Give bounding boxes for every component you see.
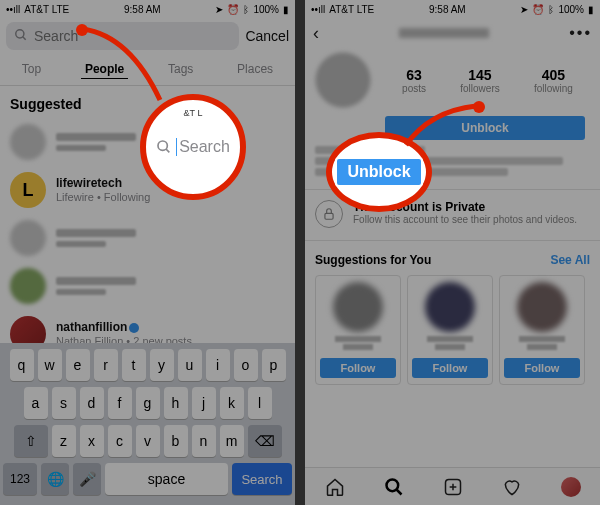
key-v[interactable]: v bbox=[136, 425, 160, 457]
key-s[interactable]: s bbox=[52, 387, 76, 419]
suggestion-card[interactable]: Follow bbox=[315, 275, 401, 385]
carrier-label: AT&T LTE bbox=[329, 4, 374, 15]
more-button[interactable]: ••• bbox=[569, 24, 592, 42]
list-item[interactable] bbox=[0, 214, 295, 262]
shift-key[interactable]: ⇧ bbox=[14, 425, 48, 457]
space-key[interactable]: space bbox=[105, 463, 228, 495]
phone-right-profile-screen: ••ıll AT&T LTE 9:58 AM ➤ ⏰ ᛒ 100% ▮ ‹ ••… bbox=[305, 0, 600, 505]
battery-icon: ▮ bbox=[283, 4, 289, 15]
username-label: lifewiretech bbox=[56, 176, 150, 190]
cancel-button[interactable]: Cancel bbox=[245, 28, 289, 44]
key-d[interactable]: d bbox=[80, 387, 104, 419]
key-e[interactable]: e bbox=[66, 349, 90, 381]
carrier-label: AT&T LTE bbox=[24, 4, 69, 15]
list-item[interactable] bbox=[0, 262, 295, 310]
signal-icon: ••ıll bbox=[311, 4, 325, 15]
follow-button[interactable]: Follow bbox=[320, 358, 396, 378]
backspace-key[interactable]: ⌫ bbox=[248, 425, 282, 457]
keyboard-row-3: ⇧ zxcvbnm ⌫ bbox=[3, 425, 292, 457]
avatar bbox=[517, 282, 567, 332]
follow-button[interactable]: Follow bbox=[504, 358, 580, 378]
home-tab[interactable] bbox=[325, 477, 345, 497]
key-r[interactable]: r bbox=[94, 349, 118, 381]
keyboard[interactable]: qwertyuiop asdfghjkl ⇧ zxcvbnm ⌫ 123 🌐 🎤… bbox=[0, 343, 295, 505]
key-z[interactable]: z bbox=[52, 425, 76, 457]
profile-tab[interactable] bbox=[561, 477, 581, 497]
clock-label: 9:58 AM bbox=[429, 4, 466, 15]
follow-button[interactable]: Follow bbox=[412, 358, 488, 378]
username-label: nathanfillion bbox=[56, 320, 192, 334]
tab-bar bbox=[305, 467, 600, 505]
bluetooth-icon: ᛒ bbox=[243, 4, 249, 15]
private-subtitle: Follow this account to see their photos … bbox=[353, 214, 577, 226]
suggestion-card[interactable]: Follow bbox=[407, 275, 493, 385]
verified-icon bbox=[129, 323, 139, 333]
key-o[interactable]: o bbox=[234, 349, 258, 381]
avatar bbox=[333, 282, 383, 332]
mic-key[interactable]: 🎤 bbox=[73, 463, 101, 495]
avatar: L bbox=[10, 172, 46, 208]
key-w[interactable]: w bbox=[38, 349, 62, 381]
annotation-search-label: Search bbox=[176, 138, 230, 156]
keyboard-row-2: asdfghjkl bbox=[3, 387, 292, 419]
suggestions-header: Suggestions for You See All bbox=[305, 247, 600, 269]
stat-followers[interactable]: 145 followers bbox=[460, 67, 499, 94]
new-post-tab[interactable] bbox=[443, 477, 463, 497]
alarm-icon: ⏰ bbox=[227, 4, 239, 15]
tab-top[interactable]: Top bbox=[18, 60, 45, 79]
back-button[interactable]: ‹ bbox=[313, 23, 319, 44]
numbers-key[interactable]: 123 bbox=[3, 463, 37, 495]
stat-following[interactable]: 405 following bbox=[534, 67, 573, 94]
keyboard-row-1: qwertyuiop bbox=[3, 349, 292, 381]
location-icon: ➤ bbox=[520, 4, 528, 15]
keyboard-search-key[interactable]: Search bbox=[232, 463, 292, 495]
avatar bbox=[10, 124, 46, 160]
stat-posts[interactable]: 63 posts bbox=[402, 67, 426, 94]
key-c[interactable]: c bbox=[108, 425, 132, 457]
key-x[interactable]: x bbox=[80, 425, 104, 457]
key-a[interactable]: a bbox=[24, 387, 48, 419]
keyboard-row-4: 123 🌐 🎤 space Search bbox=[3, 463, 292, 495]
key-f[interactable]: f bbox=[108, 387, 132, 419]
avatar bbox=[10, 220, 46, 256]
svg-line-4 bbox=[396, 489, 401, 494]
svg-line-1 bbox=[23, 36, 26, 39]
key-q[interactable]: q bbox=[10, 349, 34, 381]
suggestion-card[interactable]: Follow bbox=[499, 275, 585, 385]
svg-line-9 bbox=[166, 149, 169, 152]
battery-icon: ▮ bbox=[588, 4, 594, 15]
annotation-dot bbox=[473, 101, 485, 113]
key-u[interactable]: u bbox=[178, 349, 202, 381]
key-m[interactable]: m bbox=[220, 425, 244, 457]
svg-point-0 bbox=[16, 29, 24, 37]
key-l[interactable]: l bbox=[248, 387, 272, 419]
avatar bbox=[425, 282, 475, 332]
key-b[interactable]: b bbox=[164, 425, 188, 457]
key-i[interactable]: i bbox=[206, 349, 230, 381]
key-h[interactable]: h bbox=[164, 387, 188, 419]
key-k[interactable]: k bbox=[220, 387, 244, 419]
tab-places[interactable]: Places bbox=[233, 60, 277, 79]
annotation-arrow bbox=[80, 26, 190, 120]
key-j[interactable]: j bbox=[192, 387, 216, 419]
bluetooth-icon: ᛒ bbox=[548, 4, 554, 15]
key-p[interactable]: p bbox=[262, 349, 286, 381]
search-tab[interactable] bbox=[384, 477, 404, 497]
svg-point-3 bbox=[386, 479, 398, 491]
search-icon bbox=[14, 28, 28, 45]
status-bar: ••ıll AT&T LTE 9:58 AM ➤ ⏰ ᛒ 100% ▮ bbox=[305, 0, 600, 18]
key-y[interactable]: y bbox=[150, 349, 174, 381]
suggestion-cards[interactable]: Follow Follow Follow bbox=[305, 269, 600, 389]
activity-tab[interactable] bbox=[502, 477, 522, 497]
globe-key[interactable]: 🌐 bbox=[41, 463, 69, 495]
signal-icon: ••ıll bbox=[6, 4, 20, 15]
profile-username bbox=[399, 28, 489, 38]
alarm-icon: ⏰ bbox=[532, 4, 544, 15]
key-t[interactable]: t bbox=[122, 349, 146, 381]
key-g[interactable]: g bbox=[136, 387, 160, 419]
svg-rect-2 bbox=[325, 213, 333, 219]
key-n[interactable]: n bbox=[192, 425, 216, 457]
lock-icon bbox=[315, 200, 343, 228]
profile-avatar[interactable] bbox=[315, 52, 371, 108]
see-all-button[interactable]: See All bbox=[550, 253, 590, 267]
